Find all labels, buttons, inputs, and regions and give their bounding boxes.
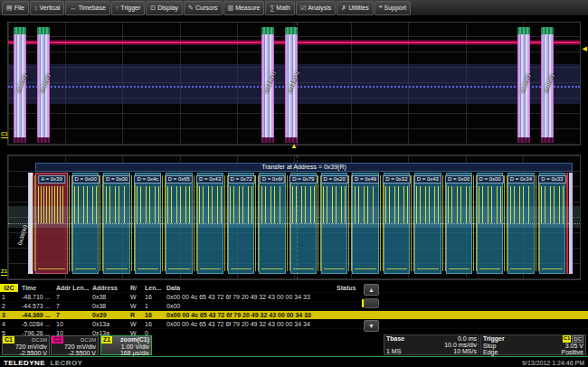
decode-table-row[interactable]: 4-5.0284 ...100x13aW160x00 00 4c 65 43 7… xyxy=(0,319,588,328)
decode-byte-label: A = 0x39 xyxy=(38,175,65,184)
col-rw[interactable]: R/ xyxy=(128,284,143,292)
scroll-up-button[interactable]: ▲ xyxy=(364,284,379,296)
cell-num: 4 xyxy=(0,320,20,328)
burst-top-cap xyxy=(285,27,298,34)
burst-top-cap xyxy=(14,27,26,34)
analysis-icon: ☑ xyxy=(300,5,306,12)
cell-num: 2 xyxy=(0,302,20,310)
col-len[interactable]: Len... xyxy=(143,284,165,292)
col-addrlen[interactable]: Addr Len... xyxy=(54,284,90,292)
menu-trigger-button[interactable]: ↑Trigger xyxy=(111,1,145,15)
c1-waveform-pulses xyxy=(199,186,222,223)
bus-label-chip[interactable]: I2C xyxy=(0,284,18,292)
menu-math-button[interactable]: ∑Math xyxy=(265,1,295,15)
cell-address: 0x13a xyxy=(90,320,128,328)
timebase-samples: 1 MS xyxy=(386,348,401,354)
scroll-thumb[interactable] xyxy=(364,298,379,308)
menu-support-button[interactable]: ❝Support xyxy=(375,1,411,15)
c1-waveform-pulses xyxy=(38,186,66,223)
burst-top-cap xyxy=(261,27,274,34)
i2c-burst: 0x13a(W) xyxy=(285,27,298,143)
decode-byte-label: D = 0x65 xyxy=(166,175,193,184)
menu-analysis-button[interactable]: ☑Analysis xyxy=(296,1,336,15)
menu-display-button[interactable]: ⊡Display xyxy=(146,1,183,15)
z1-zoom-tab: Z1 xyxy=(101,336,112,343)
menu-label: Timebase xyxy=(78,5,105,11)
timebase-box[interactable]: Tbase 0.0 ms 10.0 ms/div 1 MS 10 MS/s xyxy=(384,334,479,355)
c1-axis-tag[interactable]: C1 xyxy=(1,131,8,138)
brand-lecroy: LECROY xyxy=(51,359,83,367)
cell-time: -48.710 ... xyxy=(20,293,54,301)
c1-waveform-pulses xyxy=(74,186,97,223)
cell-rw: W xyxy=(128,320,143,328)
burst-top-cap xyxy=(541,27,554,34)
decode-byte-label: D = 0x00 xyxy=(445,175,472,184)
zoom-waveform-grid: Transfer at Address = 0x39(R) A = 0x39D … xyxy=(7,155,581,280)
decode-byte-label: D = 0x43 xyxy=(414,175,441,184)
trigger-level: 3.05 V xyxy=(565,343,583,349)
c1-waveform-pulses xyxy=(106,186,128,223)
menu-vertical-button[interactable]: ↕Vertical xyxy=(30,1,64,15)
trigger-level-marker-icon[interactable]: ◀ xyxy=(583,45,587,52)
decode-table-row[interactable]: 3-44.369 ...70x39R160x00 00 4c 65 43 72 … xyxy=(0,310,588,319)
menu-file-button[interactable]: ▤File xyxy=(2,1,29,15)
menu-measure-button[interactable]: ▥Measure xyxy=(223,1,265,15)
datetime-display: 9/13/2012 1:24:46 PM xyxy=(522,360,584,366)
menu-timebase-button[interactable]: ↔Timebase xyxy=(65,1,109,15)
cell-addr_len: 7 xyxy=(54,302,90,310)
c1-waveform-pulses xyxy=(416,186,439,223)
trigger-position-marker-icon[interactable]: ▲ xyxy=(290,143,298,150)
decode-table-row[interactable]: 2-44.573 ...70x38W10x00 xyxy=(0,301,588,310)
c2-descriptor-box[interactable]: C2 DC1M 720 mV/div -2.5500 V xyxy=(51,335,99,355)
i2c-burst: 0x38(W) xyxy=(517,27,530,143)
cell-len: 1 xyxy=(143,302,165,310)
support-icon: ❝ xyxy=(379,5,383,12)
scroll-down-button[interactable]: ▼ xyxy=(364,320,379,332)
timebase-offset: 0.0 ms xyxy=(458,335,477,342)
menu-label: Support xyxy=(384,5,407,11)
trigger-type: Edge xyxy=(483,349,498,355)
math-icon: ∑ xyxy=(270,5,274,11)
cell-rw: W xyxy=(128,302,143,310)
cell-address: 0x38 xyxy=(90,302,128,310)
timebase-icon: ↔ xyxy=(70,5,76,11)
trigger-icon: ↑ xyxy=(116,5,119,11)
col-time[interactable]: Time xyxy=(20,284,54,292)
brand-logo: TELEDYNE LECROY xyxy=(4,359,82,367)
scroll-position-indicator xyxy=(362,299,364,307)
transfer-banner: Transfer at Address = 0x39(R) xyxy=(35,163,573,172)
decode-byte-label: D = 0x00 xyxy=(72,175,100,184)
menu-label: Measure xyxy=(235,5,260,11)
menu-cursors-button[interactable]: ✎Cursors xyxy=(184,1,222,15)
cell-addr_len: 7 xyxy=(54,293,90,301)
decode-table-row[interactable]: 1-48.710 ...70x38W160x00 00 4c 65 43 72 … xyxy=(0,292,588,301)
main-waveform-grid: 0x38(W)0x38(W)0x13a(W)0x13a(W)0x38(W)0x3… xyxy=(7,22,581,146)
cell-num: 3 xyxy=(0,311,20,319)
trigger-box[interactable]: Trigger C1 DC Stop 3.05 V Edge Positive xyxy=(480,334,586,355)
decode-byte-label: D = 0x4c xyxy=(135,175,162,184)
c1-waveform-pulses xyxy=(510,186,533,223)
col-status[interactable]: Status xyxy=(335,284,362,292)
menu-label: Cursors xyxy=(195,5,218,11)
c1-waveform-pulses xyxy=(167,186,190,223)
menu-label: Trigger xyxy=(120,5,140,11)
z1-axis-tag[interactable]: Z1 xyxy=(1,268,7,276)
cell-len: 16 xyxy=(143,293,165,301)
menu-utilities-button[interactable]: ✗Utilities xyxy=(337,1,373,15)
burst-top-cap xyxy=(37,27,50,34)
col-address[interactable]: Address xyxy=(90,284,128,292)
c1-channel-tab: C1 xyxy=(3,336,14,343)
status-bar: TELEDYNE LECROY 9/13/2012 1:24:46 PM xyxy=(0,356,588,367)
cell-address: 0x39 xyxy=(90,311,128,319)
c1-waveform-pulses xyxy=(541,186,564,223)
z1-descriptor-box[interactable]: Z1 zoom(C1) 1.00 V/div 168 µs/div xyxy=(100,335,152,355)
z1-timebase: 168 µs/div xyxy=(101,350,151,356)
trigger-time-line xyxy=(297,23,298,145)
cell-num: 1 xyxy=(0,293,20,301)
col-data[interactable]: Data xyxy=(165,284,335,292)
cell-rw: W xyxy=(128,293,143,301)
c1-descriptor-box[interactable]: C1 DC1M 720 mV/div -2.5500 V xyxy=(2,335,50,355)
cell-data: 0x00 xyxy=(165,302,335,310)
i2c-burst: 0x13a(W) xyxy=(261,27,274,143)
decode-byte-label: D = 0x34 xyxy=(507,175,535,184)
